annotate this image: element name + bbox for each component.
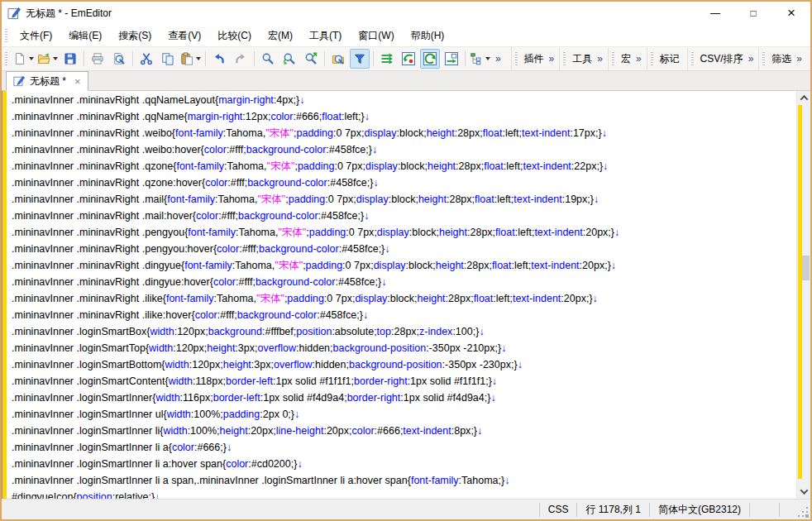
toolbar-group-overflow-button[interactable]: » [633,53,642,65]
filter-icon [353,52,366,65]
maximize-button[interactable]: □ [734,2,772,25]
code-line: .mininavInner .loginSmartInner li a:hove… [12,456,794,472]
code-line: .mininavInner .loginSmartInner li{width:… [12,423,794,439]
toolbar-grip[interactable] [5,52,7,65]
menu-item[interactable]: 查看(V) [160,26,209,45]
editor-area[interactable]: .mininavInner .mininavRight .qqNameLayou… [2,91,810,499]
scrollbar-thumb[interactable] [802,256,810,280]
menu-item[interactable]: 文件(F) [12,26,60,45]
minimize-button[interactable]: — [696,2,734,25]
code-line: .mininavInner .loginSmartTop{width:120px… [12,340,794,356]
toolbar-overflow-button[interactable]: » [492,53,504,65]
dropdown-caret-icon[interactable] [196,57,201,60]
newline-marker: ↓ [297,458,302,470]
toolbar-group-overflow-button[interactable]: » [794,53,802,65]
toolbar-group-label[interactable]: CSV/排序 [698,52,746,66]
scroll-up-button[interactable] [797,91,810,105]
status-cursor-position[interactable]: 行 1178,列 1 [576,503,648,517]
open-folder-button[interactable] [36,49,59,69]
toolbar-group-label[interactable]: 筛选 [769,52,794,66]
document-tab[interactable]: 无标题 *× [6,71,88,91]
newline-marker: ↓ [490,392,495,404]
toolbar-separator [205,51,206,66]
code-line: .mininavInner .loginSmartInner li a{colo… [12,439,794,456]
toolbar-group-grip[interactable] [651,52,653,65]
code-line: .mininavInner .mininavRight .dingyue:hov… [12,274,794,290]
toolbar-group-grip[interactable] [691,52,694,65]
find-next-button[interactable] [301,49,321,69]
copy-button[interactable] [158,49,178,69]
title-bar[interactable]: 无标题 * - EmEditor — □ × [2,2,810,25]
newline-marker: ↓ [614,227,619,238]
tab-close-icon[interactable]: × [71,75,81,88]
close-button[interactable]: × [772,2,810,25]
menu-item[interactable]: 帮助(H) [403,26,453,45]
menu-bar-grip[interactable] [5,29,7,42]
newline-marker: ↓ [381,276,386,288]
window-title: 无标题 * - EmEditor [26,7,696,21]
code-line: .mininavInner .loginSmartInner ul{width:… [12,406,794,423]
toolbar-group-label[interactable]: 工具 [570,52,595,66]
outline-button[interactable] [469,49,491,69]
code-line: .mininavInner .loginSmartContent{width:1… [12,373,794,390]
toolbar: » 插件»工具»宏»标记CSV/排序»筛选» [2,46,810,71]
redo-button[interactable] [231,49,251,69]
status-cell-empty [749,503,779,517]
dropdown-caret-icon[interactable] [29,57,34,60]
wrap-none-icon [380,52,394,65]
wrap-by-character-button[interactable] [399,49,418,69]
find-in-files-button[interactable] [328,49,348,69]
menu-item[interactable]: 搜索(S) [110,26,160,45]
toolbar-group-grip[interactable] [612,52,614,65]
toolbar-group-overflow-button[interactable]: » [595,53,603,65]
toolbar-group: 筛选» [758,47,807,70]
paste-button[interactable] [179,49,202,69]
cut-button[interactable] [136,49,156,69]
window-resize-grip[interactable] [797,499,810,519]
scroll-down-button[interactable] [797,485,810,499]
menu-item[interactable]: 宏(M) [260,26,301,45]
save-button[interactable] [60,49,80,69]
status-encoding[interactable]: 简体中文(GB2312) [649,503,749,517]
document-icon [13,75,25,87]
toolbar-group-grip[interactable] [762,52,765,65]
print-preview-button[interactable] [109,49,129,69]
replace-button[interactable] [279,49,299,69]
toolbar-group-grip[interactable] [515,52,518,65]
find-button[interactable] [258,49,278,69]
wrap-by-page-button[interactable] [442,49,461,69]
toolbar-group-grip[interactable] [563,52,566,65]
wrap-by-window-button[interactable] [420,49,440,69]
code-line: .mininavInner .mininavRight .qqNameLayou… [12,92,794,108]
newline-marker: ↓ [227,442,232,453]
toolbar-group-overflow-button[interactable]: » [547,53,555,65]
new-document-button[interactable] [12,49,35,69]
undo-button[interactable] [209,49,229,69]
toolbar-group-label[interactable]: 标记 [657,52,682,66]
menu-item[interactable]: 窗口(W) [350,26,402,45]
newline-marker: ↓ [479,326,484,337]
wrap-by-character-icon [402,52,415,65]
status-syntax[interactable]: CSS [539,503,577,517]
dropdown-caret-icon[interactable] [53,57,58,60]
print-button[interactable] [88,49,107,69]
toolbar-group-overflow-button[interactable]: » [746,53,754,65]
cut-icon [140,52,153,65]
copy-icon [161,52,174,65]
vertical-scrollbar[interactable] [796,91,810,499]
find-in-files-icon [332,52,345,65]
newline-marker: ↓ [611,260,616,271]
menu-item[interactable]: 编辑(E) [60,26,110,45]
menu-item[interactable]: 工具(T) [301,26,350,45]
toolbar-group-label[interactable]: 宏 [619,52,633,66]
toolbar-group-label[interactable]: 插件 [522,52,547,66]
newline-marker: ↓ [492,375,497,387]
toolbar-group: CSV/排序» [687,47,759,70]
filter-button[interactable] [350,49,370,69]
menu-item[interactable]: 比较(C) [209,26,260,45]
code-line: .mininavInner .mininavRight .qzone:hover… [12,174,794,191]
dropdown-caret-icon[interactable] [485,57,490,60]
wrap-none-button[interactable] [377,49,397,69]
newline-marker: ↓ [594,194,599,205]
newline-marker: ↓ [504,475,509,486]
